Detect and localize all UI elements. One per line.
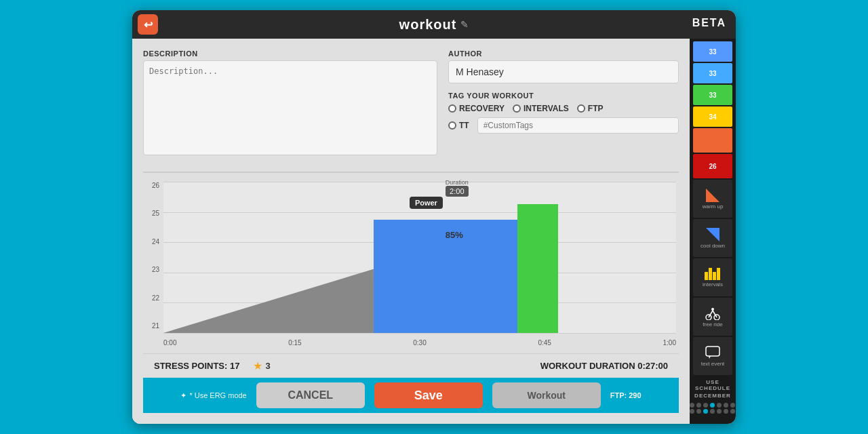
tag-intervals-label: INTERVALS	[524, 104, 569, 113]
tag-tt-label: TT	[459, 121, 469, 130]
color-value-1: 33	[709, 48, 716, 56]
x-axis: 0:00 0:15 0:30 0:45 1:00	[163, 334, 676, 351]
description-section: DESCRIPTION	[143, 50, 437, 158]
sidebar-textevent[interactable]: text event	[693, 337, 732, 375]
dot-3	[703, 403, 708, 408]
workout-button[interactable]: Workout	[492, 382, 601, 408]
back-icon: ↩	[144, 18, 153, 31]
color-value-6: 26	[709, 163, 716, 170]
svg-point-8	[711, 308, 714, 311]
y-label-25: 25	[143, 210, 162, 217]
left-panel: DESCRIPTION AUTHOR TAG YOUR WORKOUT RECO…	[132, 39, 690, 424]
y-label-24: 24	[143, 238, 162, 245]
sidebar-color-2[interactable]: 33	[693, 63, 732, 83]
sidebar-color-6[interactable]: 26	[693, 154, 732, 178]
main-content: DESCRIPTION AUTHOR TAG YOUR WORKOUT RECO…	[132, 39, 736, 424]
author-input[interactable]	[448, 60, 679, 83]
sidebar-color-1[interactable]: 33	[693, 41, 732, 62]
dot-7	[730, 403, 735, 408]
save-button[interactable]: Save	[374, 382, 483, 408]
rating-area: ★ 3	[253, 359, 270, 372]
sidebar-intervals[interactable]: intervals	[693, 258, 732, 296]
tag-label: TAG YOUR WORKOUT	[448, 92, 679, 100]
svg-rect-2	[705, 272, 708, 280]
description-input[interactable]	[143, 60, 437, 155]
dot-8	[690, 409, 694, 414]
chart-plot: Duration 2:00 Power 85%	[163, 182, 676, 333]
color-value-3: 33	[709, 92, 716, 99]
beta-badge: BETA	[692, 17, 726, 29]
tag-row-1: RECOVERY INTERVALS FTP	[448, 104, 679, 113]
grid-line-2	[163, 212, 676, 213]
grid-line-1	[163, 182, 676, 182]
chart-container: 26 25 24 23 22 21	[143, 178, 679, 353]
status-bar: STRESS POINTS: 17 ★ 3 WORKOUT DURATION 0…	[143, 353, 679, 378]
top-row: DESCRIPTION AUTHOR TAG YOUR WORKOUT RECO…	[143, 50, 679, 158]
x-label-15: 0:15	[288, 339, 301, 347]
edit-icon[interactable]: ✎	[460, 19, 469, 30]
sidebar-color-4[interactable]: 34	[693, 106, 732, 127]
description-label: DESCRIPTION	[143, 50, 437, 58]
tag-recovery[interactable]: RECOVERY	[448, 104, 505, 113]
sidebar-cooldown[interactable]: cool down	[693, 219, 732, 257]
back-button[interactable]: ↩	[138, 14, 158, 35]
outer-background: ↩ workout ✎ BETA DESCRIPTION AU	[0, 0, 868, 434]
dot-6	[724, 403, 728, 408]
short-bar	[517, 204, 558, 333]
x-label-30: 0:30	[413, 339, 426, 347]
y-label-23: 23	[143, 266, 162, 273]
intervals-label: intervals	[703, 281, 723, 288]
dot-1	[690, 403, 694, 408]
tag-ftp-label: FTP	[588, 104, 604, 113]
tag-recovery-label: RECOVERY	[459, 104, 505, 113]
ftp-display: FTP: 290	[610, 391, 642, 399]
textevent-label: text event	[701, 361, 725, 367]
schedule-label: USE SCHEDULE	[688, 379, 736, 391]
cancel-button[interactable]: Cancel	[256, 382, 365, 408]
warmup-icon	[706, 189, 719, 202]
freeride-icon	[705, 307, 721, 320]
dot-12	[717, 409, 722, 414]
app-title: workout	[399, 17, 457, 33]
sidebar-freeride[interactable]: free ride	[693, 298, 732, 336]
color-value-4: 34	[709, 113, 716, 121]
svg-marker-1	[706, 228, 719, 241]
author-label: AUTHOR	[448, 50, 679, 58]
power-tooltip: Power	[410, 197, 443, 209]
svg-rect-4	[713, 272, 716, 280]
svg-rect-9	[706, 347, 719, 356]
duration-tooltip: Duration 2:00	[446, 179, 469, 197]
sidebar-warmup[interactable]: warm up	[693, 180, 732, 218]
sidebar-color-5[interactable]	[693, 128, 732, 153]
radio-tt	[448, 121, 456, 130]
warmup-label: warm up	[703, 203, 724, 210]
dot-5	[717, 403, 722, 408]
rating-value: 3	[265, 361, 270, 371]
tag-ftp[interactable]: FTP	[577, 104, 604, 113]
erg-icon: ✦	[180, 391, 186, 400]
erg-mode-row: ✦ * Use ERG mode	[180, 391, 246, 400]
dot-14	[730, 409, 735, 414]
power-percent: 85%	[446, 230, 463, 240]
x-label-45: 0:45	[538, 339, 551, 347]
grid-line-6	[163, 333, 676, 334]
custom-tags-input[interactable]	[477, 117, 679, 134]
radio-recovery	[448, 104, 456, 113]
chart-area: 26 25 24 23 22 21	[143, 178, 679, 353]
sidebar-color-3[interactable]: 33	[693, 85, 732, 105]
dot-9	[696, 409, 701, 414]
erg-label: * Use ERG mode	[189, 391, 246, 399]
y-label-21: 21	[143, 322, 162, 330]
tag-intervals[interactable]: INTERVALS	[513, 104, 569, 113]
y-label-26: 26	[143, 182, 162, 189]
svg-marker-0	[706, 189, 719, 202]
svg-marker-10	[709, 356, 711, 359]
duration-label: Duration	[446, 179, 469, 186]
freeride-label: free ride	[703, 321, 722, 328]
tag-row-2: TT	[448, 117, 679, 134]
title-bar: ↩ workout ✎ BETA	[132, 10, 736, 39]
x-label-0: 0:00	[163, 339, 176, 347]
stress-points: STRESS POINTS: 17	[154, 361, 239, 371]
svg-rect-5	[717, 268, 720, 280]
tag-tt[interactable]: TT	[448, 121, 469, 130]
